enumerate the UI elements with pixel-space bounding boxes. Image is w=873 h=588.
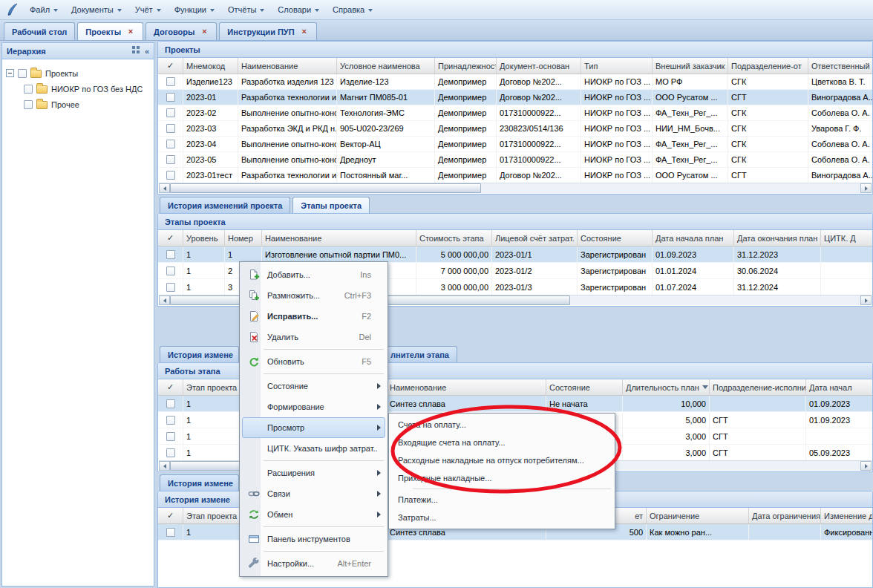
column-header[interactable]: Дата ограничения xyxy=(749,508,821,523)
menubar-item[interactable]: Отчёты xyxy=(221,2,271,17)
column-header[interactable]: Дата начал xyxy=(806,379,872,395)
menu-item[interactable]: Размножить...Ctrl+F3 xyxy=(242,285,385,306)
grid-row[interactable]: 2023-01Разработка технологии и...Магнит … xyxy=(158,90,872,105)
row-checkbox[interactable] xyxy=(166,140,175,148)
menubar-item[interactable]: Файл xyxy=(23,2,65,17)
grid-row[interactable]: 11Изготовление опытной партии ПМ0...5 00… xyxy=(158,246,872,263)
document-tab[interactable]: Проекты× xyxy=(77,22,143,40)
column-header[interactable]: Внешний заказчик xyxy=(653,58,728,74)
close-tab-icon[interactable]: × xyxy=(126,27,135,36)
row-checkbox[interactable] xyxy=(166,432,175,441)
scroll-left-button[interactable] xyxy=(159,295,170,305)
menu-item[interactable]: Обмен xyxy=(242,504,385,525)
column-header[interactable]: Стоимость этапа xyxy=(416,230,492,246)
column-header[interactable]: Наименование xyxy=(387,379,546,395)
tree-node-label[interactable]: Прочее xyxy=(51,100,79,109)
select-all-column-header[interactable]: ✓ xyxy=(158,58,183,74)
column-header[interactable]: Подразделение-исполнитель.. xyxy=(710,379,806,395)
row-checkbox[interactable] xyxy=(166,448,175,457)
row-checkbox[interactable] xyxy=(166,155,175,164)
row-checkbox-cell[interactable] xyxy=(158,137,183,151)
column-header[interactable]: Ограничение xyxy=(647,508,749,523)
row-checkbox-cell[interactable] xyxy=(158,105,183,120)
select-all-column-header[interactable]: ✓ xyxy=(158,508,183,523)
row-checkbox[interactable] xyxy=(166,124,175,133)
row-checkbox[interactable] xyxy=(166,108,175,117)
column-header[interactable]: Мнемокод xyxy=(183,58,238,74)
horizontal-scrollbar[interactable] xyxy=(159,183,872,193)
row-checkbox[interactable] xyxy=(166,283,175,292)
row-checkbox[interactable] xyxy=(166,93,175,102)
column-header[interactable]: Принадлежность xyxy=(435,58,497,74)
menu-item[interactable]: Входящие счета на оплату... xyxy=(391,434,612,451)
row-checkbox[interactable] xyxy=(166,77,175,86)
select-all-column-header[interactable]: ✓ xyxy=(158,379,183,395)
row-checkbox[interactable] xyxy=(166,171,175,180)
column-header[interactable]: Номер xyxy=(225,230,262,246)
menu-item[interactable]: Счета на оплату... xyxy=(391,416,612,434)
tree-node-label[interactable]: НИОКР по ГОЗ без НДС xyxy=(51,85,143,94)
menu-item[interactable]: Приходные накладные... xyxy=(391,469,612,487)
column-header[interactable]: Лицевой счёт затрат. xyxy=(492,230,578,246)
row-checkbox-cell[interactable] xyxy=(158,263,183,278)
document-tab[interactable]: Инструкции ПУП× xyxy=(219,22,316,40)
scroll-right-button[interactable] xyxy=(860,183,872,193)
row-checkbox-cell[interactable] xyxy=(158,152,183,167)
column-header[interactable]: ЦИТК. Д xyxy=(821,230,872,246)
menu-item[interactable]: Панель инструментов xyxy=(242,529,385,549)
menu-item[interactable]: Исправить...F2 xyxy=(242,306,385,327)
scroll-left-button[interactable] xyxy=(159,183,170,193)
tree-node[interactable]: Проекты xyxy=(6,65,150,81)
row-checkbox-cell[interactable] xyxy=(158,121,183,136)
column-header[interactable]: Наименование xyxy=(262,230,416,246)
app-logo-icon[interactable] xyxy=(6,3,19,17)
column-header[interactable]: Этап проекта xyxy=(183,508,246,523)
row-checkbox[interactable] xyxy=(166,250,175,259)
menu-item[interactable]: УдалитьDel xyxy=(242,327,385,347)
scroll-right-button[interactable] xyxy=(860,295,872,305)
select-all-column-header[interactable]: ✓ xyxy=(158,230,183,246)
section-tab[interactable]: лнители этапа xyxy=(382,346,457,362)
menubar-item[interactable]: Справка xyxy=(326,2,379,17)
column-header[interactable]: Подразделение-от xyxy=(728,58,808,74)
column-header[interactable]: Дата окончания план xyxy=(734,230,821,246)
section-tab[interactable]: История измене xyxy=(160,346,239,362)
tree-expander-icon[interactable] xyxy=(6,69,14,77)
menubar-item[interactable]: Словари xyxy=(271,2,326,17)
tree-node-label[interactable]: Проекты xyxy=(45,69,78,78)
scrollbar-thumb[interactable] xyxy=(170,183,481,193)
row-checkbox-cell[interactable] xyxy=(158,74,183,89)
grid-row[interactable]: 2023-03Разработка ЭКД и РКД н...905-U020… xyxy=(158,121,872,137)
row-checkbox-cell[interactable] xyxy=(158,168,183,183)
document-tab[interactable]: Рабочий стол xyxy=(4,22,75,40)
document-tab[interactable]: Договоры× xyxy=(146,22,217,40)
section-tab[interactable]: История измене xyxy=(160,474,239,491)
grid-row[interactable]: 2023-02Выполнение опытно-конс...Технолог… xyxy=(158,105,872,121)
column-header[interactable]: Дата начала план xyxy=(653,230,734,246)
close-tab-icon[interactable]: × xyxy=(300,27,309,36)
column-header[interactable]: Уровень xyxy=(183,230,225,246)
scroll-left-button[interactable] xyxy=(159,461,170,471)
grid-row[interactable]: Изделие123Разработка изделия 123Изделие-… xyxy=(158,74,872,90)
menubar-item[interactable]: Документы xyxy=(65,2,128,17)
menu-item[interactable]: Просмотр xyxy=(242,417,385,438)
menu-item[interactable]: ЦИТК. Указать шифр затрат.. xyxy=(242,438,385,459)
tree-node[interactable]: НИОКР по ГОЗ без НДС xyxy=(6,81,150,97)
column-header[interactable]: Изменение длите xyxy=(821,508,872,523)
menu-item[interactable]: Добавить...Ins xyxy=(242,264,385,285)
menu-item[interactable]: Расходные накладные на отпуск потребител… xyxy=(391,451,612,469)
row-checkbox[interactable] xyxy=(166,416,175,425)
close-tab-icon[interactable]: × xyxy=(200,27,209,36)
scroll-right-button[interactable] xyxy=(860,461,872,471)
menubar-item[interactable]: Учёт xyxy=(128,2,168,17)
row-checkbox[interactable] xyxy=(166,267,175,275)
menu-item[interactable]: ОбновитьF5 xyxy=(242,351,385,372)
menu-item[interactable]: Состояние xyxy=(242,376,385,396)
grid-row[interactable]: 2023-04Выполнение опытно-конс...Вектор-А… xyxy=(158,137,872,152)
column-header[interactable]: Состояние xyxy=(546,379,623,395)
column-header[interactable]: Наименование xyxy=(238,58,337,74)
collapse-panel-icon[interactable]: « xyxy=(145,47,149,56)
row-checkbox-cell[interactable] xyxy=(158,412,183,428)
row-checkbox-cell[interactable] xyxy=(158,279,183,295)
row-checkbox-cell[interactable] xyxy=(158,396,183,411)
